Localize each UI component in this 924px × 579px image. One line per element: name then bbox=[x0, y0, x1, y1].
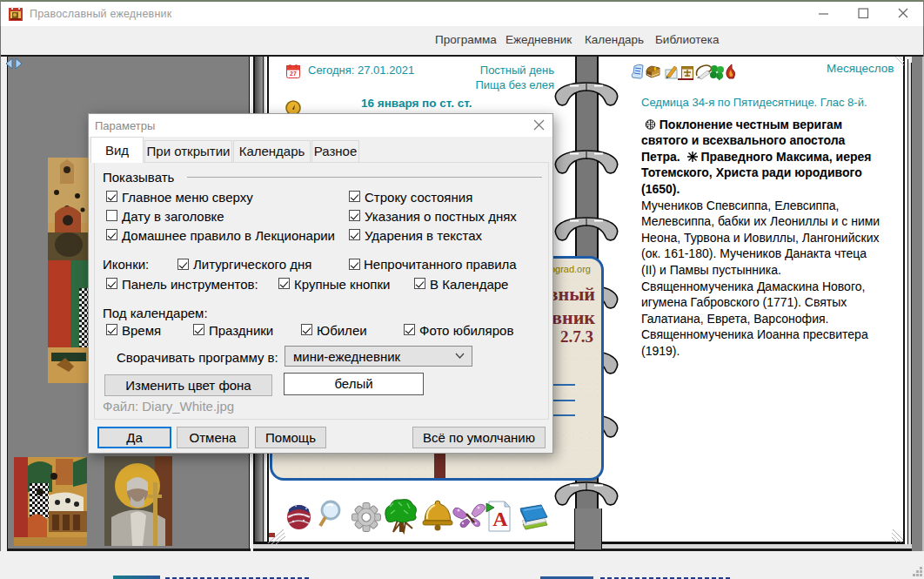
svg-text:27: 27 bbox=[290, 71, 297, 77]
svg-text:A: A bbox=[492, 508, 508, 530]
